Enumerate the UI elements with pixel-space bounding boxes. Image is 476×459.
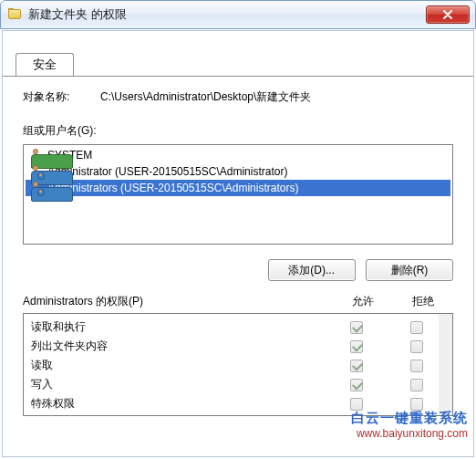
- users-icon: [29, 164, 44, 179]
- users-icon: [29, 181, 44, 195]
- permission-row: 读取: [31, 356, 447, 375]
- permissions-col-allow: 允许: [333, 294, 393, 309]
- group-users-label: 组或用户名(G):: [23, 123, 453, 139]
- permission-label: 特殊权限: [31, 396, 326, 412]
- title-bar: 新建文件夹 的权限: [0, 0, 476, 29]
- allow-checkbox[interactable]: [350, 340, 363, 353]
- permissions-header: Administrators 的权限(P) 允许 拒绝: [23, 294, 453, 309]
- permissions-col-deny: 拒绝: [393, 294, 453, 309]
- close-icon: [442, 10, 453, 19]
- tab-strip: 安全: [3, 38, 473, 77]
- permissions-title: Administrators 的权限(P): [23, 294, 333, 309]
- list-item[interactable]: Administrators (USER-20150515SC\Administ…: [26, 180, 450, 196]
- close-button[interactable]: [426, 5, 470, 24]
- permission-allow-cell: [326, 340, 387, 353]
- tab-security[interactable]: 安全: [16, 53, 74, 77]
- permission-deny-cell: [387, 321, 447, 334]
- list-item-label: Administrators (USER-20150515SC\Administ…: [47, 182, 298, 194]
- watermark-url: www.baiyunxitong.com: [351, 427, 468, 440]
- system-user-icon: [29, 148, 44, 162]
- group-users-list[interactable]: SYSTEMAdministrator (USER-20150515SC\Adm…: [23, 144, 453, 245]
- deny-checkbox[interactable]: [410, 321, 423, 334]
- allow-checkbox[interactable]: [350, 398, 363, 411]
- permission-label: 写入: [31, 377, 326, 392]
- permission-allow-cell: [326, 321, 387, 334]
- list-item-label: Administrator (USER-20150515SC\Administr…: [47, 165, 287, 178]
- allow-checkbox[interactable]: [350, 379, 363, 391]
- permission-row: 列出文件夹内容: [31, 337, 447, 356]
- permission-label: 列出文件夹内容: [31, 339, 326, 354]
- permission-deny-cell: [387, 379, 447, 391]
- deny-checkbox[interactable]: [410, 340, 423, 353]
- permissions-list[interactable]: 读取和执行列出文件夹内容读取写入特殊权限: [23, 313, 453, 416]
- deny-checkbox[interactable]: [410, 360, 423, 372]
- permission-label: 读取和执行: [31, 319, 326, 335]
- allow-checkbox[interactable]: [350, 360, 363, 372]
- object-name-path: C:\Users\Administrator\Desktop\新建文件夹: [100, 89, 453, 105]
- permission-deny-cell: [387, 360, 447, 372]
- dialog-body: 安全 对象名称: C:\Users\Administrator\Desktop\…: [2, 30, 474, 457]
- allow-checkbox[interactable]: [350, 321, 363, 334]
- list-item[interactable]: SYSTEM: [26, 147, 450, 163]
- permission-allow-cell: [326, 398, 387, 411]
- tab-label: 安全: [33, 57, 57, 73]
- permission-row: 写入: [31, 375, 447, 394]
- permission-allow-cell: [326, 379, 387, 391]
- object-name-row: 对象名称: C:\Users\Administrator\Desktop\新建文…: [23, 89, 453, 105]
- list-item[interactable]: Administrator (USER-20150515SC\Administr…: [26, 163, 450, 180]
- permission-label: 读取: [31, 358, 326, 373]
- remove-button[interactable]: 删除(R): [366, 259, 453, 281]
- permission-deny-cell: [387, 398, 447, 411]
- permission-row: 读取和执行: [31, 318, 447, 337]
- permission-row: 特殊权限: [31, 394, 447, 413]
- deny-checkbox[interactable]: [410, 398, 423, 411]
- object-name-label: 对象名称:: [23, 89, 100, 105]
- deny-checkbox[interactable]: [410, 379, 423, 391]
- permission-allow-cell: [326, 360, 387, 372]
- permission-deny-cell: [387, 340, 447, 353]
- folder-icon: [8, 8, 23, 21]
- window-title: 新建文件夹 的权限: [28, 6, 426, 23]
- button-row: 添加(D)... 删除(R): [23, 259, 453, 281]
- add-button[interactable]: 添加(D)...: [268, 259, 356, 281]
